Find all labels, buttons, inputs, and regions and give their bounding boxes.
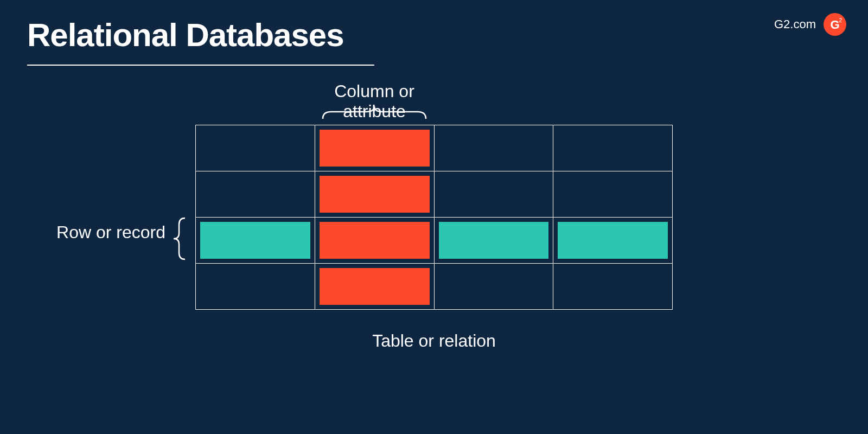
table-cell bbox=[553, 264, 673, 310]
table-cell bbox=[196, 171, 315, 218]
table-row bbox=[196, 264, 673, 310]
table-label: Table or relation bbox=[195, 331, 673, 351]
brand-text: G2.com bbox=[774, 17, 816, 31]
column-brace-icon bbox=[320, 105, 429, 120]
table-row bbox=[196, 171, 673, 218]
table-grid bbox=[195, 125, 673, 310]
row-highlight bbox=[558, 222, 668, 259]
diagram: Column or attribute Row or record bbox=[195, 125, 673, 310]
table-cell bbox=[553, 125, 673, 171]
table-cell bbox=[196, 264, 315, 310]
column-highlight bbox=[320, 130, 430, 167]
table-row bbox=[196, 218, 673, 264]
table-cell bbox=[315, 171, 434, 218]
brand-logo-letter: G bbox=[830, 18, 839, 32]
row-label: Row or record bbox=[14, 222, 165, 242]
header: Relational Databases bbox=[27, 16, 374, 66]
brand-logo-superscript: 2 bbox=[839, 17, 842, 23]
brand-logo-icon: G 2 bbox=[824, 13, 846, 36]
column-highlight bbox=[320, 268, 430, 305]
row-brace-icon bbox=[171, 216, 187, 261]
table-cell bbox=[434, 218, 553, 264]
table-cell bbox=[315, 125, 434, 171]
brand-area: G2.com G 2 bbox=[774, 13, 846, 36]
table-cell bbox=[315, 264, 434, 310]
row-highlight bbox=[439, 222, 549, 259]
table-cell bbox=[553, 171, 673, 218]
row-highlight bbox=[200, 222, 310, 259]
table-cell bbox=[434, 125, 553, 171]
column-highlight bbox=[320, 222, 430, 259]
table-cell bbox=[196, 125, 315, 171]
table-cell bbox=[315, 218, 434, 264]
column-highlight bbox=[320, 176, 430, 213]
table-cell bbox=[196, 218, 315, 264]
title-underline bbox=[27, 65, 374, 66]
table-cell bbox=[434, 264, 553, 310]
table-row bbox=[196, 125, 673, 171]
table-cell bbox=[434, 171, 553, 218]
table-cell bbox=[553, 218, 673, 264]
page-title: Relational Databases bbox=[27, 16, 374, 60]
